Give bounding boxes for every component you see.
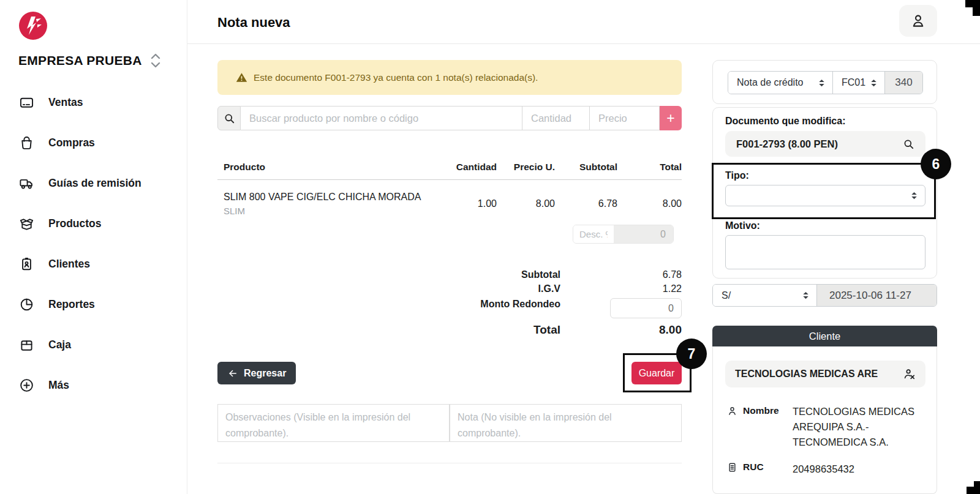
col-total: Total: [617, 162, 682, 173]
truck-icon: [18, 175, 35, 192]
sidebar-item-label: Caja: [48, 339, 71, 351]
igv-value: 1.22: [663, 283, 682, 294]
currency-value: S/: [722, 290, 731, 301]
observations-textarea[interactable]: [217, 404, 450, 442]
open-box-icon: [18, 215, 35, 232]
sidebar-item-mas[interactable]: Más: [18, 373, 69, 397]
client-search-field[interactable]: TECNOLOGIAS MEDICAS ARE: [725, 361, 925, 387]
notes-row: [217, 404, 682, 442]
sort-arrows-icon: [869, 78, 878, 88]
sidebar-item-caja[interactable]: Caja: [18, 332, 71, 357]
doc-type-value: Nota de crédito: [737, 77, 804, 88]
product-name: SLIM 800 VAPE CIG/ELC CHICHA MORADA: [217, 192, 448, 203]
total-value: 8.00: [659, 323, 682, 337]
doc-type-select[interactable]: Nota de crédito: [728, 72, 832, 94]
currency-datetime-row: S/ 2025-10-06 11-27: [712, 284, 937, 307]
warning-banner: Este documento F001-2793 ya cuenta con 1…: [217, 60, 682, 95]
document-icon: [726, 462, 738, 473]
discount-group: 0: [573, 225, 674, 244]
add-product-button[interactable]: +: [660, 106, 682, 130]
content-bottom-divider: [217, 463, 682, 463]
sidebar-item-label: Guías de remisión: [48, 177, 141, 190]
col-precio: Precio U.: [497, 162, 555, 173]
warning-text: Este documento F001-2793 ya cuenta con 1…: [254, 72, 538, 83]
warning-icon: [236, 72, 247, 83]
back-button-label: Regresar: [244, 368, 286, 379]
product-search-button[interactable]: [217, 106, 241, 130]
sidebar-item-label: Compras: [48, 137, 95, 149]
sidebar-item-label: Clientes: [48, 258, 90, 271]
product-search-row: +: [217, 106, 682, 130]
document-type-card: Nota de crédito FC01 340: [712, 60, 937, 104]
sidebar-item-productos[interactable]: Productos: [18, 211, 102, 236]
invoice-icon: [18, 94, 35, 111]
quantity-input[interactable]: [522, 106, 590, 130]
plus-circle-icon: [18, 377, 35, 394]
cell-qty: 1.00: [448, 198, 497, 209]
rounding-label: Monto Redondeo: [480, 299, 560, 310]
subtotal-label: Subtotal: [521, 269, 560, 280]
table-row: SLIM 800 VAPE CIG/ELC CHICHA MORADA SLIM…: [217, 185, 682, 222]
annotation-badge-tipo: 6: [921, 149, 951, 179]
igv-label: I.G.V: [538, 283, 560, 294]
product-search-input[interactable]: [241, 106, 522, 130]
annotation-badge-save: 7: [676, 339, 707, 369]
col-subtotal: Subtotal: [555, 162, 617, 173]
motivo-textarea[interactable]: [725, 235, 925, 269]
modifies-label: Documento que modifica:: [725, 116, 845, 127]
search-icon: [903, 138, 914, 150]
motivo-label: Motivo:: [725, 220, 760, 231]
annotation-box-tipo: [712, 163, 936, 219]
company-selector[interactable]: EMPRESA PRUEBA: [18, 51, 172, 70]
sort-arrows-icon: [801, 291, 810, 300]
cell-total: 8.00: [617, 198, 682, 209]
sidebar-item-label: Reportes: [48, 298, 95, 311]
rounding-input[interactable]: [610, 298, 682, 318]
user-menu-button[interactable]: [899, 5, 937, 37]
client-name-label: Nombre: [743, 405, 779, 416]
company-name: EMPRESA PRUEBA: [18, 53, 142, 68]
sidebar-item-reportes[interactable]: Reportes: [18, 292, 95, 316]
arrow-left-icon: [227, 368, 238, 379]
sidebar-item-label: Más: [48, 379, 69, 392]
discount-value: 0: [614, 225, 673, 243]
person-icon: [726, 405, 738, 417]
sidebar-item-ventas[interactable]: Ventas: [18, 90, 83, 114]
product-brand: SLIM: [217, 206, 448, 216]
cell-price: 8.00: [497, 198, 555, 209]
client-ruc-value: 20498635432: [793, 462, 930, 477]
client-name-value: TECNOLOGIAS MEDICAS AREQUIPA S.A.- TECNO…: [793, 404, 930, 449]
user-icon: [910, 12, 927, 29]
total-label: Total: [533, 323, 560, 337]
page-title: Nota nueva: [217, 15, 290, 31]
price-input[interactable]: [590, 106, 660, 130]
sidebar-item-compras[interactable]: Compras: [18, 130, 95, 155]
currency-select[interactable]: S/: [713, 285, 817, 306]
company-logo-icon: [18, 11, 48, 40]
modifies-value: F001-2793 (8.00 PEN): [736, 138, 838, 150]
chevron-up-down-icon: [149, 51, 162, 70]
cell-subtotal: 6.78: [555, 198, 617, 209]
sidebar-item-guias[interactable]: Guías de remisión: [18, 171, 141, 195]
client-header: Cliente: [712, 326, 937, 346]
note-textarea[interactable]: [450, 404, 682, 442]
subtotal-value: 6.78: [663, 269, 682, 280]
client-card: TECNOLOGIAS MEDICAS ARE Nombre TECNOLOGI…: [712, 346, 937, 494]
discount-input[interactable]: [573, 225, 614, 243]
screen-artifact-top-right-2: [973, 0, 980, 16]
screen-artifact-bottom-right-2: [974, 481, 980, 494]
doc-type-group: Nota de crédito FC01 340: [728, 71, 923, 94]
back-button[interactable]: Regresar: [217, 362, 296, 384]
remove-client-icon[interactable]: [902, 367, 916, 381]
pie-chart-icon: [18, 296, 35, 313]
search-icon: [224, 113, 235, 124]
sidebar: EMPRESA PRUEBA Ventas Compras: [0, 0, 187, 494]
sort-arrows-icon: [817, 78, 826, 88]
sidebar-item-clientes[interactable]: Clientes: [18, 252, 90, 276]
doc-number-field: 340: [884, 72, 922, 94]
modifies-search-field[interactable]: F001-2793 (8.00 PEN): [725, 131, 925, 157]
series-select[interactable]: FC01: [832, 72, 884, 94]
col-cantidad: Cantidad: [448, 162, 497, 173]
header-divider: [187, 43, 980, 44]
cash-drawer-icon: [18, 337, 35, 353]
